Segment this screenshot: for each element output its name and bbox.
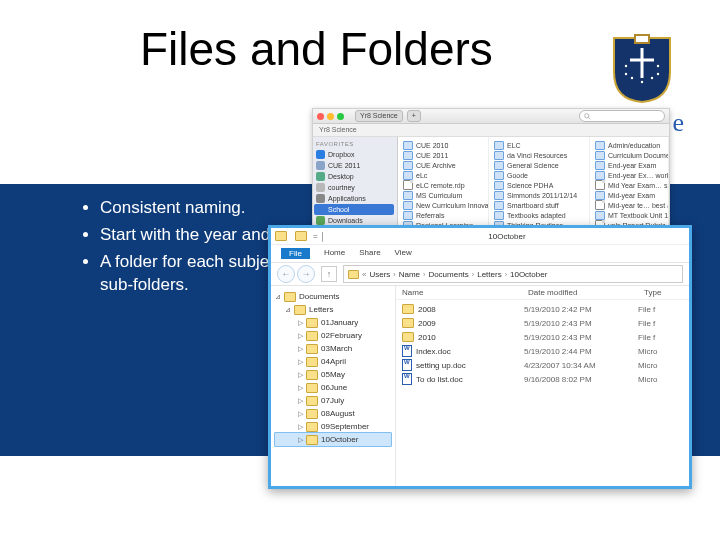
col-date[interactable]: Date modified — [528, 288, 638, 297]
svg-point-7 — [625, 65, 627, 67]
finder-tab[interactable]: Yr8 Science — [355, 110, 403, 122]
sidebar-item[interactable]: CUE 2011 — [316, 160, 394, 171]
list-item[interactable]: End-year Ex… work revision — [595, 170, 663, 180]
list-item[interactable]: Smartboard stuff — [494, 200, 584, 210]
folder-icon — [403, 211, 413, 220]
finder-titlebar: Yr8 Science + — [313, 109, 669, 124]
word-doc-icon — [402, 345, 412, 357]
finder-tab-add[interactable]: + — [407, 110, 421, 122]
folder-icon — [348, 270, 359, 279]
list-item[interactable]: Curriculum Documentation — [595, 150, 663, 160]
svg-line-10 — [588, 117, 590, 119]
list-item[interactable]: Goode — [494, 170, 584, 180]
tree-item[interactable]: ▷07July — [275, 394, 391, 407]
list-item[interactable]: 20085/19/2010 2:42 PMFile f — [398, 302, 687, 316]
tree-item[interactable]: ▷08August — [275, 407, 391, 420]
folder-icon — [595, 171, 605, 180]
list-item[interactable]: MS Curriculum — [403, 190, 483, 200]
list-item[interactable]: Mid Year Exam… sport docx — [595, 180, 663, 190]
ribbon-tabs: File Home Share View — [271, 245, 689, 263]
tree-item[interactable]: ▷05May — [275, 368, 391, 381]
sidebar-icon — [316, 216, 325, 225]
tree-item[interactable]: ▷03March — [275, 342, 391, 355]
ribbon-tab-file[interactable]: File — [281, 248, 310, 259]
sidebar-item[interactable]: Applications — [316, 193, 394, 204]
list-item[interactable]: Textbooks adapted — [494, 210, 584, 220]
up-button[interactable]: ↑ — [321, 266, 337, 282]
list-item[interactable]: CUE Archive — [403, 160, 483, 170]
breadcrumb[interactable]: « Users› Name› Documents› Letters› 10Oct… — [343, 265, 683, 283]
sidebar-icon — [316, 172, 325, 181]
back-button[interactable]: ← — [277, 265, 295, 283]
list-item[interactable]: General Science — [494, 160, 584, 170]
list-item[interactable]: 20105/19/2010 2:43 PMFile f — [398, 330, 687, 344]
tree-item[interactable]: ▷01January — [275, 316, 391, 329]
sidebar-item[interactable]: Dropbox — [316, 149, 394, 160]
tree-item[interactable]: ▷06June — [275, 381, 391, 394]
nav-tree: ⊿Documents ⊿Letters ▷01January▷02Februar… — [271, 286, 396, 486]
folder-icon — [595, 191, 605, 200]
file-pane: Name Date modified Type 20085/19/2010 2:… — [396, 286, 689, 486]
list-item[interactable]: Mid-year Exam — [595, 190, 663, 200]
folder-icon — [403, 201, 413, 210]
minimize-icon[interactable] — [327, 113, 334, 120]
folder-icon — [306, 318, 318, 328]
list-item[interactable]: Referrals — [403, 210, 483, 220]
tree-item[interactable]: ⊿Letters — [275, 303, 391, 316]
list-item[interactable]: CUE 2011 — [403, 150, 483, 160]
document-icon — [595, 200, 605, 210]
tree-item[interactable]: ▷10October — [274, 432, 392, 447]
forward-button[interactable]: → — [297, 265, 315, 283]
svg-point-3 — [631, 77, 633, 79]
list-item[interactable]: Science PDHA — [494, 180, 584, 190]
list-item[interactable]: eLC remote.rdp — [403, 180, 483, 190]
sidebar-header: FAVORITES — [316, 141, 394, 147]
decorative-e: e — [672, 108, 684, 138]
tree-item[interactable]: ⊿Documents — [275, 290, 391, 303]
folder-icon — [306, 344, 318, 354]
list-item[interactable]: CUE 2010 — [403, 140, 483, 150]
list-item[interactable]: ELC — [494, 140, 584, 150]
svg-point-5 — [651, 77, 653, 79]
list-item[interactable]: setting up.doc4/23/2007 10:34 AMMicro — [398, 358, 687, 372]
tree-item[interactable]: ▷02February — [275, 329, 391, 342]
folder-icon — [284, 292, 296, 302]
list-item[interactable]: MT Textbook Unit 163 — [595, 210, 663, 220]
ribbon-tab-share[interactable]: Share — [359, 248, 380, 259]
list-item[interactable]: eLc — [403, 170, 483, 180]
sidebar-icon — [316, 194, 325, 203]
ribbon-tab-view[interactable]: View — [395, 248, 412, 259]
explorer-titlebar: = │ 10October — [271, 228, 689, 245]
list-item[interactable]: 20095/19/2010 2:43 PMFile f — [398, 316, 687, 330]
explorer-window: = │ 10October File Home Share View ← → ↑… — [268, 225, 692, 489]
list-item[interactable]: Admin/education — [595, 140, 663, 150]
folder-icon — [306, 370, 318, 380]
folder-icon — [595, 161, 605, 170]
list-item[interactable]: To do list.doc9/16/2008 8:02 PMMicro — [398, 372, 687, 386]
folder-icon — [294, 305, 306, 315]
tree-item[interactable]: ▷04April — [275, 355, 391, 368]
close-icon[interactable] — [317, 113, 324, 120]
ribbon-tab-home[interactable]: Home — [324, 248, 345, 259]
search-input[interactable] — [579, 110, 665, 122]
list-item[interactable]: Mid-year te… best answer doc — [595, 200, 663, 210]
sidebar-item[interactable]: Desktop — [316, 171, 394, 182]
sidebar-item[interactable]: courtney — [316, 182, 394, 193]
list-item[interactable]: New Curriculum Innovations — [403, 200, 483, 210]
folder-icon — [306, 383, 318, 393]
folder-icon — [402, 304, 414, 314]
folder-icon — [494, 141, 504, 150]
sidebar-item[interactable]: School — [314, 204, 394, 215]
zoom-icon[interactable] — [337, 113, 344, 120]
col-type[interactable]: Type — [644, 288, 683, 297]
folder-icon — [306, 357, 318, 367]
list-item[interactable]: Index.doc5/19/2010 2:44 PMMicro — [398, 344, 687, 358]
sidebar-icon — [316, 161, 325, 170]
list-item[interactable]: End-year Exam — [595, 160, 663, 170]
col-name[interactable]: Name — [402, 288, 522, 297]
search-icon — [584, 113, 591, 120]
folder-icon — [295, 231, 307, 241]
list-item[interactable]: da Vinci Resources — [494, 150, 584, 160]
list-item[interactable]: Simmonds 2011/12/14 — [494, 190, 584, 200]
window-title: 10October — [488, 232, 525, 241]
